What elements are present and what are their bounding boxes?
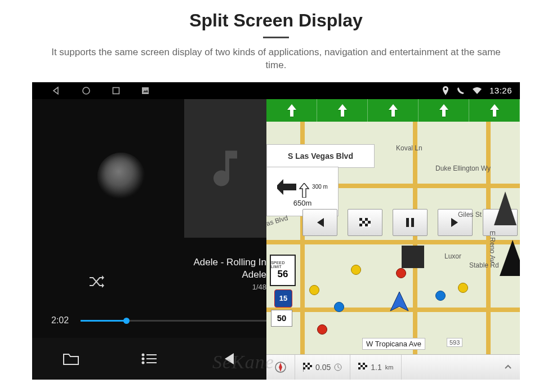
android-status-bar: 13:26 — [32, 82, 520, 99]
folder-button[interactable] — [32, 338, 110, 380]
poi-icon[interactable] — [458, 283, 468, 293]
svg-rect-18 — [411, 218, 414, 227]
speed-limit-label: SPEED LIMIT — [271, 261, 295, 269]
next-turn-distance: 300 m — [312, 184, 328, 190]
svg-point-0 — [83, 87, 90, 94]
image-icon[interactable] — [141, 87, 149, 95]
page-subtitle: It supports the same screen display of t… — [45, 46, 507, 72]
playlist-button[interactable] — [110, 338, 189, 380]
lane-guidance-bar — [266, 99, 520, 122]
flag-icon — [303, 363, 312, 372]
svg-rect-17 — [406, 218, 409, 227]
svg-rect-23 — [305, 365, 308, 367]
eta-box: 0.05 — [295, 355, 350, 380]
phone-icon — [457, 87, 465, 95]
svg-rect-30 — [358, 363, 360, 365]
page-title: Split Screen Display — [0, 0, 552, 31]
poi-icon[interactable] — [396, 268, 406, 278]
street-label-main: W Tropicana Ave — [362, 338, 425, 350]
track-artist: Adele — [194, 269, 266, 280]
svg-rect-32 — [360, 365, 363, 367]
device-frame: 13:26 Adele - Rolling In Adele 1/48 2:02 — [32, 82, 520, 380]
shuffle-icon[interactable] — [88, 275, 105, 288]
svg-rect-12 — [365, 218, 368, 221]
svg-rect-13 — [362, 221, 365, 224]
poi-icon[interactable] — [351, 265, 361, 275]
street-label: Vegas Blvd — [266, 214, 289, 231]
pause-button[interactable] — [393, 209, 428, 236]
track-count: 1/48 — [194, 283, 266, 291]
distance-box: 1.1 km — [350, 355, 402, 380]
title-underline — [263, 37, 289, 38]
svg-point-3 — [444, 88, 447, 90]
track-title: Adele - Rolling In — [194, 257, 266, 268]
home-icon[interactable] — [82, 86, 91, 95]
back-icon[interactable] — [51, 86, 60, 95]
highway-shield-icon: 15 — [274, 289, 292, 308]
street-label: Koval Ln — [396, 144, 422, 152]
poi-icon[interactable] — [435, 291, 446, 301]
nav-status-strip: 0.05 1.1 km — [266, 354, 520, 380]
svg-rect-35 — [363, 367, 365, 369]
current-speed-box: 50 — [271, 310, 292, 327]
svg-rect-26 — [308, 367, 310, 369]
svg-rect-21 — [303, 363, 305, 365]
street-label: Duke Ellington Wy — [435, 164, 491, 172]
svg-point-8 — [143, 362, 144, 363]
vehicle-cursor-icon — [388, 291, 411, 313]
svg-rect-11 — [359, 218, 362, 221]
joystick-control[interactable] — [97, 153, 145, 200]
poi-icon[interactable] — [334, 302, 344, 312]
expand-chevron-icon[interactable] — [496, 363, 520, 371]
poi-icon[interactable] — [309, 285, 319, 295]
progress-bar[interactable] — [81, 320, 266, 322]
navigation-pane: S Las Vegas Blvd 300 m 650m — [266, 99, 520, 380]
turn-distance: 650m — [293, 199, 312, 207]
clock-label: 13:26 — [489, 86, 512, 95]
elapsed-time: 2:02 — [51, 315, 69, 326]
svg-rect-25 — [303, 367, 305, 369]
poi-icon[interactable] — [317, 324, 327, 335]
music-pane: Adele - Rolling In Adele 1/48 2:02 — [32, 99, 266, 380]
map-control-row: 1x — [302, 209, 518, 236]
turn-left-icon — [277, 175, 296, 198]
street-number-label: 593 — [447, 338, 462, 347]
svg-rect-1 — [113, 87, 119, 93]
route-button[interactable] — [348, 209, 382, 236]
album-art-placeholder — [184, 99, 266, 238]
street-label: E Reno Av — [488, 231, 496, 262]
building-icon — [494, 191, 517, 225]
svg-rect-34 — [358, 367, 360, 369]
recents-icon[interactable] — [112, 87, 120, 95]
clock-icon — [334, 363, 342, 371]
street-sign: S Las Vegas Blvd — [266, 144, 375, 168]
speed-limit-sign: SPEED LIMIT 56 — [270, 255, 296, 286]
svg-rect-15 — [359, 224, 362, 226]
svg-rect-16 — [365, 224, 368, 226]
svg-rect-24 — [310, 365, 312, 367]
street-label: Luxor — [444, 252, 461, 260]
svg-rect-31 — [363, 363, 365, 365]
distance-value: 1.1 — [371, 363, 381, 372]
map-canvas[interactable]: S Las Vegas Blvd 300 m 650m — [266, 122, 520, 355]
watermark-text: SeKane — [212, 351, 274, 373]
wifi-icon — [473, 87, 482, 94]
eta-value: 0.05 — [315, 363, 331, 372]
turn-ahead-icon — [299, 183, 310, 198]
street-label: Giles St — [458, 211, 482, 219]
speed-limit-value: 56 — [278, 269, 288, 280]
svg-point-6 — [143, 358, 144, 359]
svg-point-4 — [143, 354, 144, 355]
building-icon — [500, 240, 520, 276]
distance-unit: km — [385, 364, 394, 371]
svg-rect-14 — [368, 221, 371, 224]
flag-icon — [358, 363, 367, 372]
svg-rect-33 — [365, 365, 367, 367]
location-pin-icon — [442, 86, 449, 95]
skip-prev-button[interactable] — [302, 209, 337, 236]
svg-rect-22 — [308, 363, 310, 365]
building-icon — [402, 246, 424, 268]
